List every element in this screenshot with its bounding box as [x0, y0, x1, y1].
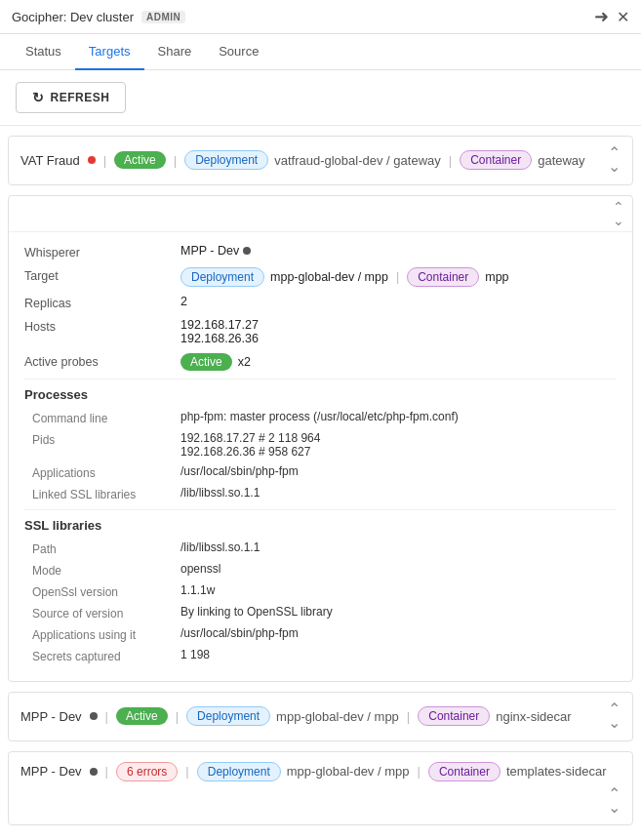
separator-2: |: [174, 153, 177, 168]
source-of-version-row: Source of version By linking to OpenSSL …: [24, 605, 617, 620]
mpp-dev-active-container-name: nginx-sidecar: [496, 709, 571, 724]
source-of-version-label: Source of version: [24, 605, 180, 620]
vat-fraud-target-row: VAT Fraud | Active | Deployment vatfraud…: [8, 136, 633, 185]
mpp-dev-errors-target-row: MPP - Dev | 6 errors | Deployment mpp-gl…: [8, 751, 633, 826]
vat-fraud-status-dot: [88, 156, 96, 164]
vat-fraud-expand-button[interactable]: ⌃⌄: [608, 146, 621, 175]
whisperer-value: MPP - Dev: [180, 244, 617, 258]
mpp-dev-detail-panel: ⌃⌄ Whisperer MPP - Dev Target Deployment…: [8, 195, 633, 682]
mpp-dev-active-container-badge: Container: [418, 706, 490, 726]
mpp-dev-active-deployment-path: mpp-global-dev / mpp: [276, 709, 399, 724]
mpp-dev-active-badge: Active: [116, 707, 168, 725]
path-label: Path: [24, 540, 180, 556]
path-row: Path /lib/libssl.so.1.1: [24, 540, 617, 556]
close-icon[interactable]: ✕: [617, 8, 629, 26]
applications-using-row: Applications using it /usr/local/sbin/ph…: [24, 626, 617, 642]
whisperer-label: Whisperer: [24, 244, 180, 260]
mpp-dev-errors-deployment-badge: Deployment: [197, 762, 281, 781]
collapse-button[interactable]: ⌃⌄: [613, 200, 624, 227]
target-detail-value: Deployment mpp-global-dev / mpp | Contai…: [180, 267, 617, 287]
admin-badge: ADMIN: [141, 11, 185, 23]
mpp-dev-errors-deployment-path: mpp-global-dev / mpp: [287, 764, 410, 779]
hosts-value: 192.168.17.27 192.168.26.36: [180, 318, 617, 345]
whisperer-row: Whisperer MPP - Dev: [24, 244, 617, 260]
target-container-name: mpp: [485, 270, 508, 284]
mpp-dev-active-name: MPP - Dev: [20, 709, 82, 724]
linked-ssl-row: Linked SSL libraries /lib/libssl.so.1.1: [24, 486, 617, 501]
vat-fraud-deployment-badge: Deployment: [184, 150, 268, 170]
applications-row: Applications /usr/local/sbin/php-fpm: [24, 464, 617, 480]
target-detail-label: Target: [24, 267, 180, 283]
whisperer-dot: [243, 247, 251, 255]
applications-using-value: /usr/local/sbin/php-fpm: [180, 626, 617, 640]
mpp-dev-errors-name: MPP - Dev: [20, 764, 82, 779]
mpp-dev-errors-container-badge: Container: [428, 762, 501, 781]
mpp-dev-errors-badge: 6 errors: [116, 762, 178, 781]
toolbar: ↻ REFRESH: [0, 70, 641, 126]
target-deployment-path: mpp-global-dev / mpp: [270, 270, 388, 284]
separator-1: |: [103, 153, 106, 168]
replicas-label: Replicas: [24, 295, 180, 310]
vat-fraud-deployment-path: vatfraud-global-dev / gateway: [274, 153, 441, 168]
refresh-button[interactable]: ↻ REFRESH: [16, 82, 126, 113]
title-bar: Gocipher: Dev cluster ADMIN ➜ ✕: [0, 0, 641, 34]
applications-using-label: Applications using it: [24, 626, 180, 642]
pid-1: 192.168.17.27 # 2 118 964: [180, 431, 617, 445]
pids-value: 192.168.17.27 # 2 118 964 192.168.26.36 …: [180, 431, 617, 459]
mpp-dev-active-dot: [90, 712, 98, 720]
target-deployment-badge: Deployment: [180, 267, 264, 287]
content-area: VAT Fraud | Active | Deployment vatfraud…: [0, 136, 641, 825]
title-bar-actions: ➜ ✕: [594, 6, 629, 27]
mode-value: openssl: [180, 562, 617, 576]
vat-fraud-active-badge: Active: [114, 151, 166, 169]
secrets-captured-label: Secrets captured: [24, 648, 180, 663]
tab-share[interactable]: Share: [144, 34, 206, 70]
processes-title: Processes: [24, 387, 617, 402]
pid-2: 192.168.26.36 # 958 627: [180, 445, 617, 459]
whisperer-name: MPP - Dev: [180, 244, 239, 258]
target-row-detail: Target Deployment mpp-global-dev / mpp |…: [24, 267, 617, 287]
processes-divider: [24, 379, 617, 380]
active-probes-badge: Active: [180, 353, 232, 371]
mpp-dev-active-target-row: MPP - Dev | Active | Deployment mpp-glob…: [8, 692, 633, 741]
app-title: Gocipher: Dev cluster: [12, 10, 134, 24]
host-1: 192.168.17.27: [180, 318, 617, 332]
mode-row: Mode openssl: [24, 562, 617, 578]
openssl-version-label: OpenSsl version: [24, 583, 180, 599]
secrets-captured-row: Secrets captured 1 198: [24, 648, 617, 663]
refresh-icon: ↻: [32, 90, 45, 105]
mpp-dev-errors-container-name: templates-sidecar: [506, 764, 607, 779]
vat-fraud-container-badge: Container: [460, 150, 532, 170]
active-probes-row: Active probes Active x2: [24, 353, 617, 371]
mode-label: Mode: [24, 562, 180, 578]
target-container-badge: Container: [407, 267, 479, 287]
active-probes-label: Active probes: [24, 353, 180, 369]
command-line-value: php-fpm: master process (/usr/local/etc/…: [180, 410, 617, 423]
hosts-row: Hosts 192.168.17.27 192.168.26.36: [24, 318, 617, 345]
tabs-bar: Status Targets Share Source: [0, 34, 641, 70]
mpp-dev-errors-expand-button[interactable]: ⌃⌄: [608, 787, 621, 816]
linked-ssl-value: /lib/libssl.so.1.1: [180, 486, 617, 500]
applications-value: /usr/local/sbin/php-fpm: [180, 464, 617, 478]
path-value: /lib/libssl.so.1.1: [180, 540, 617, 554]
separator-3: |: [449, 153, 452, 168]
active-probes-count: x2: [238, 355, 251, 369]
replicas-value: 2: [180, 295, 617, 308]
pin-icon[interactable]: ➜: [594, 6, 609, 27]
secrets-captured-value: 1 198: [180, 648, 617, 661]
command-line-row: Command line php-fpm: master process (/u…: [24, 410, 617, 425]
replicas-row: Replicas 2: [24, 295, 617, 310]
vat-fraud-name: VAT Fraud: [20, 153, 80, 168]
openssl-version-row: OpenSsl version 1.1.1w: [24, 583, 617, 599]
mpp-dev-active-expand-button[interactable]: ⌃⌄: [608, 702, 621, 731]
tab-source[interactable]: Source: [205, 34, 272, 70]
pids-label: Pids: [24, 431, 180, 447]
tab-targets[interactable]: Targets: [75, 34, 144, 70]
active-probes-value: Active x2: [180, 353, 617, 371]
ssl-divider: [24, 509, 617, 510]
detail-panel-header: ⌃⌄: [9, 196, 632, 232]
vat-fraud-container-name: gateway: [538, 153, 584, 168]
tab-status[interactable]: Status: [12, 34, 75, 70]
linked-ssl-label: Linked SSL libraries: [24, 486, 180, 501]
pids-row: Pids 192.168.17.27 # 2 118 964 192.168.2…: [24, 431, 617, 459]
